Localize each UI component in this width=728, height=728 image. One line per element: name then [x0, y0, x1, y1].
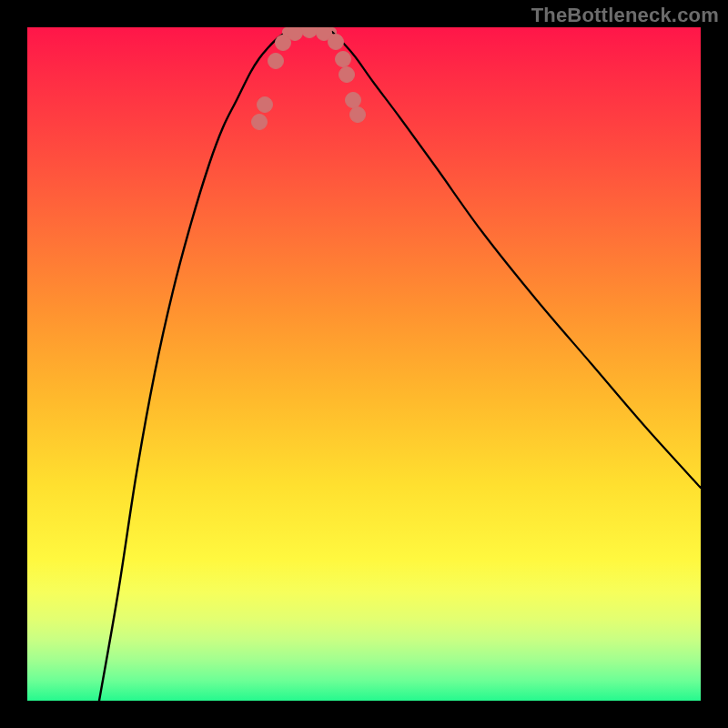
data-markers	[252, 27, 366, 130]
data-marker	[329, 35, 344, 50]
attribution-text: TheBottleneck.com	[531, 4, 719, 27]
data-marker	[258, 97, 273, 113]
chart-root: TheBottleneck.com	[0, 0, 728, 728]
data-marker	[268, 54, 284, 69]
plot-area	[27, 27, 701, 701]
data-marker	[288, 27, 303, 41]
curve-right	[332, 32, 701, 488]
data-marker	[339, 67, 355, 83]
data-marker	[346, 93, 361, 108]
curve-left	[99, 32, 287, 701]
data-marker	[252, 115, 268, 130]
data-marker	[336, 52, 351, 67]
data-marker	[350, 107, 366, 123]
data-marker	[302, 27, 318, 38]
curve-layer	[27, 27, 701, 701]
